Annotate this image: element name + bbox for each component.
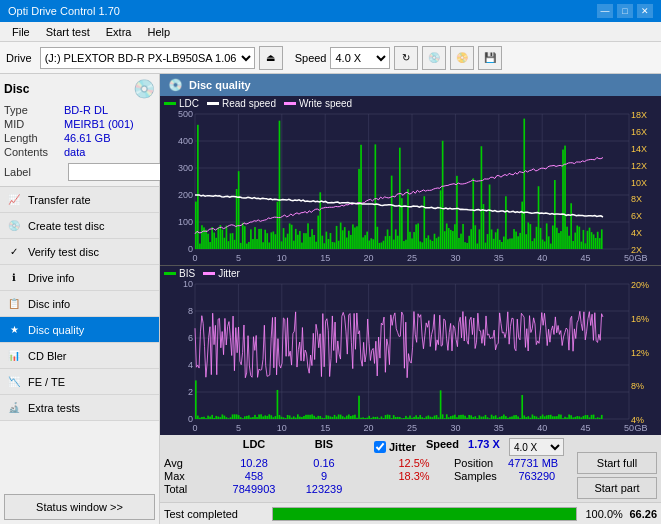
sidebar-item-disc-quality[interactable]: ★ Disc quality: [0, 317, 159, 343]
avg-bis: 0.16: [294, 457, 354, 469]
chart1-container: LDC Read speed Write speed: [160, 96, 661, 266]
media-button[interactable]: 📀: [450, 46, 474, 70]
content-area: 💿 Disc quality LDC Read speed: [160, 74, 661, 524]
cd-bler-icon: 📊: [6, 348, 22, 364]
sidebar-item-fe-te[interactable]: 📉 FE / TE: [0, 369, 159, 395]
total-ldc: 7849903: [214, 483, 294, 495]
jitter-checkbox[interactable]: [374, 441, 386, 453]
chart2-canvas: [160, 266, 661, 435]
content-header-title: Disc quality: [189, 79, 251, 91]
progress-bar: [272, 507, 577, 521]
legend-jitter: Jitter: [203, 268, 240, 279]
chart1-legend: LDC Read speed Write speed: [164, 98, 352, 109]
start-part-button[interactable]: Start part: [577, 477, 657, 499]
disc-mid-value: MEIRB1 (001): [64, 118, 134, 130]
refresh-button[interactable]: ↻: [394, 46, 418, 70]
toolbar: Drive (J:) PLEXTOR BD-R PX-LB950SA 1.06 …: [0, 42, 661, 74]
sidebar-item-transfer-rate[interactable]: 📈 Transfer rate: [0, 187, 159, 213]
sidebar-item-disc-info[interactable]: 📋 Disc info: [0, 291, 159, 317]
menu-start-test[interactable]: Start test: [38, 24, 98, 40]
stats-avg-row: Avg 10.28 0.16 12.5% Position 47731 MB: [164, 457, 577, 469]
legend-bis-dot: [164, 272, 176, 275]
disc-length-label: Length: [4, 132, 64, 144]
minimize-button[interactable]: —: [597, 4, 613, 18]
speed-result-select[interactable]: 4.0 X: [509, 438, 564, 456]
disc-contents-label: Contents: [4, 146, 64, 158]
stats-section: LDC BIS Jitter Speed 1.73 X 4.0 X: [160, 434, 661, 502]
menu-extra[interactable]: Extra: [98, 24, 140, 40]
start-full-button[interactable]: Start full: [577, 452, 657, 474]
status-window-button[interactable]: Status window >>: [4, 494, 155, 520]
chart1-canvas: [160, 96, 661, 265]
bottom-bar: Test completed 100.0% 66.26: [160, 502, 661, 524]
chart2-container: BIS Jitter: [160, 266, 661, 435]
disc-type-value: BD-R DL: [64, 104, 108, 116]
legend-ldc: LDC: [164, 98, 199, 109]
fe-te-icon: 📉: [6, 374, 22, 390]
legend-jitter-dot: [203, 272, 215, 275]
max-label: Max: [164, 470, 214, 482]
speed-select[interactable]: 4.0 X: [330, 47, 390, 69]
disc-quality-header-icon: 💿: [168, 78, 183, 92]
menu-help[interactable]: Help: [139, 24, 178, 40]
disc-length-row: Length 46.61 GB: [4, 132, 155, 144]
disc-label-row: Label 🖊: [4, 162, 155, 182]
stats-total-row: Total 7849903 123239: [164, 483, 577, 495]
progress-percent: 100.0%: [585, 508, 625, 520]
speed-label: Speed: [295, 52, 327, 64]
menu-bar: File Start test Extra Help: [0, 22, 661, 42]
maximize-button[interactable]: □: [617, 4, 633, 18]
save-button[interactable]: 💾: [478, 46, 502, 70]
samples-label: Samples: [454, 470, 497, 482]
disc-contents-value: data: [64, 146, 85, 158]
disc-button[interactable]: 💿: [422, 46, 446, 70]
legend-ldc-dot: [164, 102, 176, 105]
extra-tests-icon: 🔬: [6, 400, 22, 416]
drive-select[interactable]: (J:) PLEXTOR BD-R PX-LB950SA 1.06: [40, 47, 255, 69]
disc-length-value: 46.61 GB: [64, 132, 110, 144]
status-text: Test completed: [164, 508, 264, 520]
max-jitter: 18.3%: [374, 470, 454, 482]
transfer-rate-icon: 📈: [6, 192, 22, 208]
menu-file[interactable]: File: [4, 24, 38, 40]
col-speed-label: Speed: [426, 438, 459, 456]
jitter-check-container: Jitter: [374, 438, 416, 456]
bottom-value: 66.26: [629, 508, 657, 520]
legend-write-dot: [284, 102, 296, 105]
disc-quality-icon: ★: [6, 322, 22, 338]
disc-mid-label: MID: [4, 118, 64, 130]
stats-table: LDC BIS Jitter Speed 1.73 X 4.0 X: [164, 438, 577, 495]
eject-button[interactable]: ⏏: [259, 46, 283, 70]
disc-label-label: Label: [4, 166, 64, 178]
position-value: 47731 MB: [493, 457, 573, 469]
col-ldc: LDC: [214, 438, 294, 456]
avg-jitter: 12.5%: [374, 457, 454, 469]
sidebar-item-drive-info[interactable]: ℹ Drive info: [0, 265, 159, 291]
sidebar: Disc 💿 Type BD-R DL MID MEIRB1 (001) Len…: [0, 74, 160, 524]
disc-contents-row: Contents data: [4, 146, 155, 158]
total-label: Total: [164, 483, 214, 495]
window-controls: — □ ✕: [597, 4, 653, 18]
max-bis: 9: [294, 470, 354, 482]
disc-mid-row: MID MEIRB1 (001): [4, 118, 155, 130]
sidebar-item-extra-tests[interactable]: 🔬 Extra tests: [0, 395, 159, 421]
app-title: Opti Drive Control 1.70: [8, 5, 120, 17]
position-label: Position: [454, 457, 493, 469]
sidebar-item-create-test-disc[interactable]: 💿 Create test disc: [0, 213, 159, 239]
legend-read-dot: [207, 102, 219, 105]
disc-type-label: Type: [4, 104, 64, 116]
main-layout: Disc 💿 Type BD-R DL MID MEIRB1 (001) Len…: [0, 74, 661, 524]
close-button[interactable]: ✕: [637, 4, 653, 18]
disc-type-row: Type BD-R DL: [4, 104, 155, 116]
speed-value: 1.73 X: [459, 438, 509, 456]
legend-write-speed: Write speed: [284, 98, 352, 109]
sidebar-item-verify-test-disc[interactable]: ✓ Verify test disc: [0, 239, 159, 265]
drive-info-icon: ℹ: [6, 270, 22, 286]
disc-icon: 💿: [133, 78, 155, 100]
drive-label: Drive: [6, 52, 32, 64]
legend-bis: BIS: [164, 268, 195, 279]
create-test-disc-icon: 💿: [6, 218, 22, 234]
avg-label: Avg: [164, 457, 214, 469]
title-bar: Opti Drive Control 1.70 — □ ✕: [0, 0, 661, 22]
sidebar-item-cd-bler[interactable]: 📊 CD Bler: [0, 343, 159, 369]
